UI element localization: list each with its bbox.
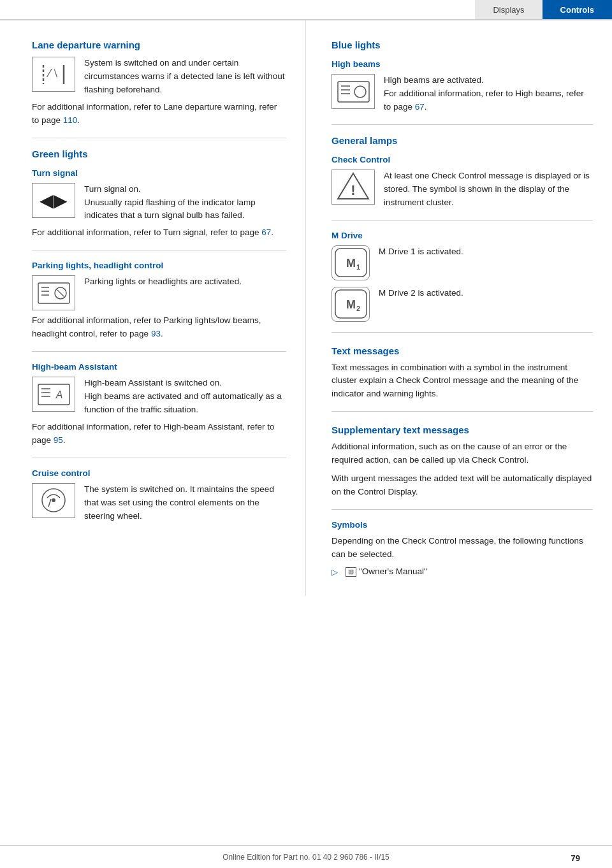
supplementary-section: Supplementary text messages Additional i… [332, 424, 593, 499]
high-beams-title: High beams [332, 59, 593, 69]
divider-1 [32, 138, 286, 138]
svg-line-8 [57, 290, 64, 296]
symbols-text: Depending on the Check Control message, … [332, 535, 593, 561]
symbols-bullet-1: ▷ ⊞ "Owner's Manual" [332, 567, 593, 577]
symbols-bullet-icon: ⊞ [343, 567, 359, 577]
parking-lights-page-link[interactable]: 93 [151, 329, 161, 338]
lane-departure-section: Lane departure warning ⁄ ⧵ System is swi… [32, 40, 286, 127]
turn-signal-page-link[interactable]: 67 [261, 228, 271, 237]
m-drive-1-text: M Drive 1 is activated. [379, 245, 593, 259]
turn-signal-title: Turn signal [32, 168, 286, 178]
tab-displays[interactable]: Displays [475, 0, 542, 19]
cruise-control-row: The system is switched on. It maintains … [32, 483, 286, 523]
turn-signal-text: Turn signal on. Unusually rapid flashing… [84, 183, 286, 223]
text-messages-section: Text messages Text messages in combinati… [332, 345, 593, 401]
bullet-arrow-icon: ▷ [332, 567, 338, 577]
svg-line-15 [48, 499, 51, 507]
tab-controls-label: Controls [560, 5, 594, 15]
tab-controls[interactable]: Controls [543, 0, 612, 19]
divider-r3 [332, 332, 593, 333]
high-beam-assistant-row: A High-beam Assistant is switched on. Hi… [32, 377, 286, 417]
parking-lights-ref: For additional information, refer to Par… [32, 314, 286, 341]
page-header: Displays Controls [0, 0, 612, 20]
svg-text:2: 2 [356, 305, 360, 312]
header-tabs: Displays Controls [475, 0, 612, 19]
general-lamps-section: General lamps Check Control ! At least o… [332, 135, 593, 322]
divider-2 [32, 250, 286, 250]
lane-departure-row: ⁄ ⧵ System is switched on and under cert… [32, 57, 286, 97]
svg-text:A: A [55, 389, 62, 400]
parking-lights-text: Parking lights or headlights are activat… [84, 275, 286, 289]
high-beam-assistant-text: High-beam Assistant is switched on. High… [84, 377, 286, 417]
text-messages-text: Text messages in combination with a symb… [332, 361, 593, 401]
svg-rect-17 [338, 82, 369, 102]
main-content: Lane departure warning ⁄ ⧵ System is swi… [0, 20, 612, 596]
supplementary-text1: Additional information, such as on the c… [332, 440, 593, 467]
supplementary-text2: With urgent messages the added text will… [332, 472, 593, 499]
high-beam-assistant-title: High-beam Assistant [32, 362, 286, 372]
tab-displays-label: Displays [493, 5, 524, 15]
svg-point-16 [52, 498, 55, 502]
high-beam-assistant-ref: For additional information, refer to Hig… [32, 421, 286, 447]
blue-lights-title: Blue lights [332, 40, 593, 50]
green-lights-title: Green lights [32, 148, 286, 159]
svg-text:!: ! [351, 182, 355, 198]
divider-r5 [332, 509, 593, 510]
high-beams-icon [332, 74, 375, 109]
lane-departure-ref: For additional information, refer to Lan… [32, 101, 286, 127]
svg-text:M: M [346, 257, 356, 270]
symbols-bullet-text: "Owner's Manual" [359, 567, 427, 576]
footer-page-number: 79 [571, 853, 580, 863]
blue-lights-section: Blue lights High beams High b [332, 40, 593, 114]
high-beams-row: High beams are activated. For additional… [332, 74, 593, 114]
cruise-control-title: Cruise control [32, 468, 286, 478]
footer-text: Online Edition for Part no. 01 40 2 960 … [222, 853, 390, 862]
footer: Online Edition for Part no. 01 40 2 960 … [0, 845, 612, 868]
check-control-row: ! At least one Check Control message is … [332, 170, 593, 210]
symbols-title: Symbols [332, 520, 593, 530]
m-drive-title: M Drive [332, 231, 593, 240]
text-messages-title: Text messages [332, 345, 593, 356]
parking-lights-icon [32, 275, 75, 310]
parking-lights-row: Parking lights or headlights are activat… [32, 275, 286, 310]
cruise-control-text: The system is switched on. It maintains … [84, 483, 286, 523]
general-lamps-title: General lamps [332, 135, 593, 146]
green-lights-section: Green lights Turn signal ◀▶ Turn signal … [32, 148, 286, 523]
m-drive-2-row: M 2 M Drive 2 is activated. [332, 287, 593, 322]
svg-text:⁄ ⧵: ⁄ ⧵ [46, 67, 58, 80]
check-control-title: Check Control [332, 155, 593, 164]
m-drive-2-text: M Drive 2 is activated. [379, 287, 593, 300]
high-beam-assistant-icon: A [32, 377, 75, 412]
turn-signal-icon: ◀▶ [32, 183, 75, 218]
high-beams-text: High beams are activated. For additional… [384, 74, 593, 114]
left-column: Lane departure warning ⁄ ⧵ System is swi… [0, 20, 306, 596]
lane-departure-page-link[interactable]: 110 [63, 115, 78, 125]
svg-rect-3 [38, 283, 69, 303]
m-drive-1-row: M 1 M Drive 1 is activated. [332, 245, 593, 280]
supplementary-title: Supplementary text messages [332, 424, 593, 435]
svg-text:M: M [346, 298, 356, 311]
svg-point-21 [354, 86, 366, 98]
check-control-icon: ! [332, 170, 375, 205]
check-control-text: At least one Check Control message is di… [384, 170, 593, 210]
m-drive-1-icon: M 1 [332, 245, 370, 280]
svg-text:1: 1 [356, 263, 360, 271]
lane-departure-icon: ⁄ ⧵ [32, 57, 75, 92]
divider-4 [32, 458, 286, 458]
lane-departure-text: System is switched on and under certain … [84, 57, 286, 97]
high-beam-assistant-page-link[interactable]: 95 [54, 435, 63, 445]
divider-r2 [332, 220, 593, 221]
right-column: Blue lights High beams High b [306, 20, 612, 596]
cruise-control-icon [32, 483, 75, 518]
divider-r1 [332, 124, 593, 125]
svg-rect-9 [38, 384, 69, 405]
turn-signal-row: ◀▶ Turn signal on. Unusually rapid flash… [32, 183, 286, 223]
m-drive-2-icon: M 2 [332, 287, 370, 322]
parking-lights-title: Parking lights, headlight control [32, 261, 286, 270]
symbols-section: Symbols Depending on the Check Control m… [332, 520, 593, 577]
turn-signal-ref: For additional information, refer to Tur… [32, 226, 286, 240]
divider-3 [32, 351, 286, 352]
lane-departure-title: Lane departure warning [32, 40, 286, 50]
high-beams-page-link[interactable]: 67 [415, 102, 425, 112]
divider-r4 [332, 411, 593, 412]
